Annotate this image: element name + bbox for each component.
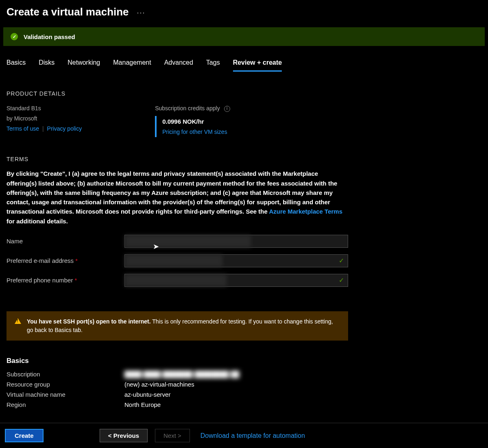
check-icon: ✓ <box>11 33 18 40</box>
tab-management[interactable]: Management <box>113 59 151 72</box>
warning-strong: You have set SSH port(s) open to the int… <box>27 318 151 325</box>
basics-heading: Basics <box>0 341 488 371</box>
terms-of-use-link[interactable]: Terms of use <box>7 125 39 132</box>
name-input-wrap: ➤ <box>124 235 348 248</box>
summary-label-subscription: Subscription <box>7 371 124 378</box>
marketplace-terms-link[interactable]: Azure Marketplace Terms <box>269 208 342 215</box>
tab-basics[interactable]: Basics <box>7 59 26 72</box>
email-input[interactable] <box>124 254 348 267</box>
tab-review-create[interactable]: Review + create <box>233 59 282 72</box>
terms-text: By clicking "Create", I (a) agree to the… <box>7 169 348 226</box>
download-template-link[interactable]: Download a template for automation <box>200 432 305 439</box>
phone-label: Preferred phone number * <box>7 277 124 284</box>
tab-disks[interactable]: Disks <box>39 59 54 72</box>
summary-value-subscription: ████ ████ ███████ ████████ ██ <box>124 371 481 378</box>
validation-text: Validation passed <box>24 33 75 40</box>
credits-text: Subscription credits apply i <box>155 103 230 114</box>
phone-input[interactable] <box>124 274 348 287</box>
product-sku: Standard B1s <box>7 103 82 114</box>
next-button: Next > <box>155 429 190 442</box>
phone-input-wrap <box>124 274 348 287</box>
product-vendor: by Microsoft <box>7 114 82 124</box>
validation-banner: ✓ Validation passed <box>3 27 485 46</box>
pricing-link[interactable]: Pricing for other VM sizes <box>162 127 230 137</box>
tab-advanced[interactable]: Advanced <box>164 59 193 72</box>
basics-summary: Subscription ████ ████ ███████ ████████ … <box>0 371 488 408</box>
warning-icon <box>15 318 21 324</box>
previous-button[interactable]: < Previous <box>100 429 148 442</box>
product-price: 0.0996 NOK/hr <box>162 116 230 127</box>
summary-label-resource-group: Resource group <box>7 381 124 388</box>
summary-label-vm-name: Virtual machine name <box>7 391 124 398</box>
email-input-wrap <box>124 254 348 267</box>
terms-heading: TERMS <box>7 156 481 162</box>
wizard-footer: Create < Previous Next > Download a temp… <box>0 423 488 448</box>
privacy-policy-link[interactable]: Privacy policy <box>47 125 82 132</box>
link-separator: | <box>41 125 46 132</box>
ssh-warning-banner: You have set SSH port(s) open to the int… <box>7 311 348 341</box>
summary-value-resource-group: (new) az-virtual-machines <box>124 381 481 388</box>
summary-value-region: North Europe <box>124 401 481 408</box>
create-button[interactable]: Create <box>5 429 44 442</box>
product-details-heading: PRODUCT DETAILS <box>7 90 481 97</box>
summary-label-region: Region <box>7 401 124 408</box>
page-title: Create a virtual machine <box>7 6 129 18</box>
tab-tags[interactable]: Tags <box>206 59 220 72</box>
tab-networking[interactable]: Networking <box>68 59 100 72</box>
email-label: Preferred e-mail address * <box>7 257 124 264</box>
more-icon[interactable]: ··· <box>137 7 146 17</box>
wizard-tabs: Basics Disks Networking Management Advan… <box>0 46 488 72</box>
name-label: Name <box>7 238 124 245</box>
name-input[interactable] <box>124 235 348 248</box>
info-icon[interactable]: i <box>224 106 230 112</box>
summary-value-vm-name: az-ubuntu-server <box>124 391 481 398</box>
